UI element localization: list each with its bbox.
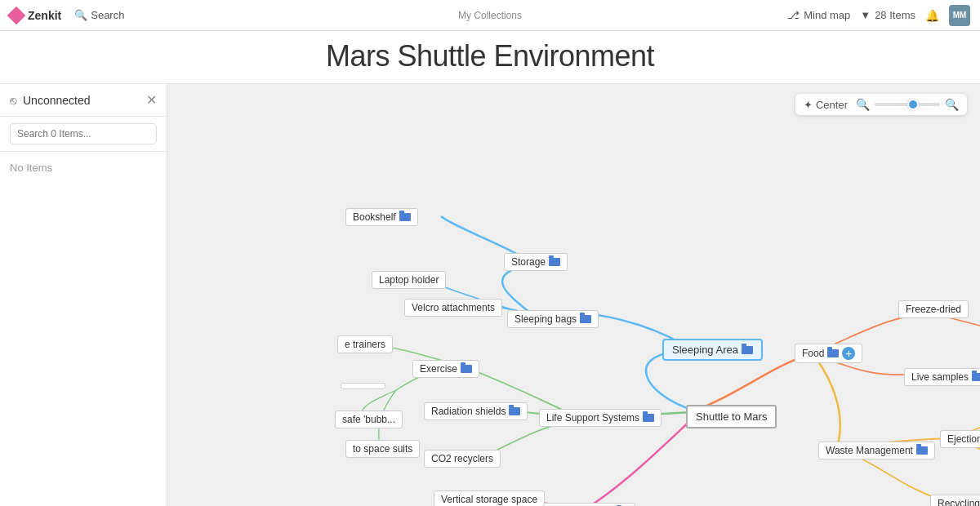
node-label: Recycling xyxy=(938,498,980,506)
node-exercise[interactable]: Exercise xyxy=(412,360,479,378)
node-vertical-storage[interactable]: Vertical storage space xyxy=(434,490,545,506)
node-co2-recyclers[interactable]: CO2 recyclers xyxy=(424,450,501,468)
node-space-suits[interactable]: to space suits xyxy=(345,440,420,458)
mindmap-canvas[interactable]: ✦ Center 🔍 🔍 xyxy=(167,84,980,506)
page-title-bar: Mars Shuttle Environment xyxy=(0,31,980,84)
folder-icon xyxy=(509,407,520,415)
node-live-samples[interactable]: Live samples xyxy=(904,368,980,386)
node-label: Velcro attachments xyxy=(412,302,495,313)
node-label: Sleeping Area xyxy=(672,344,738,356)
node-life-support[interactable]: Life Support Systems xyxy=(539,409,662,427)
mindmap-icon: ⎇ xyxy=(787,9,800,21)
node-blank[interactable] xyxy=(341,383,385,389)
node-label: to space suits xyxy=(353,443,412,455)
nav-right: ⎇ Mind map ▼ 28 Items 🔔 MM xyxy=(787,5,970,26)
folder-icon xyxy=(399,213,411,221)
node-shuttle-mars[interactable]: Shuttle to Mars xyxy=(686,405,777,428)
center-button[interactable]: ✦ Center xyxy=(804,99,848,111)
node-label: Waste Management xyxy=(826,445,913,456)
filter-icon: ▼ xyxy=(860,9,871,21)
app-name: Zenkit xyxy=(28,9,61,22)
search-button[interactable]: 🔍 Search xyxy=(74,9,124,21)
node-ejection[interactable]: Ejection xyxy=(940,430,980,448)
sidebar-empty-label: No Items xyxy=(0,152,167,184)
top-nav: Zenkit 🔍 Search My Collections ⎇ Mind ma… xyxy=(0,0,980,31)
node-label: Shuttle to Mars xyxy=(696,411,767,423)
folder-icon xyxy=(580,315,591,323)
node-label: Freeze-dried xyxy=(906,304,961,315)
folder-icon xyxy=(643,414,654,422)
node-label: safe 'bubb... xyxy=(342,414,395,425)
folder-icon xyxy=(972,373,980,381)
node-label: Radiation shields xyxy=(431,406,506,417)
node-recycling[interactable]: Recycling xyxy=(930,495,980,506)
node-label: Vertical storage space xyxy=(441,494,537,505)
mindmap-button[interactable]: ⎇ Mind map xyxy=(787,9,850,21)
node-label: e trainers xyxy=(345,339,385,350)
folder-icon xyxy=(461,365,472,373)
node-sleeping-bags[interactable]: Sleeping bags xyxy=(507,310,599,328)
sidebar: ⎋ Unconnected ✕ No Items xyxy=(0,84,167,506)
node-label: Laptop holder xyxy=(379,274,439,286)
node-radiation-shields[interactable]: Radiation shields xyxy=(424,402,528,420)
node-waste-management[interactable]: Waste Management xyxy=(818,442,935,459)
node-label: Food xyxy=(802,348,824,359)
sidebar-search xyxy=(0,117,167,152)
items-count: 28 Items xyxy=(875,9,915,21)
center-icon: ✦ xyxy=(804,99,813,111)
sidebar-header: ⎋ Unconnected ✕ xyxy=(0,84,167,117)
node-label: Live samples xyxy=(911,371,969,383)
node-laptop-holder[interactable]: Laptop holder xyxy=(372,271,446,289)
sidebar-title: Unconnected xyxy=(23,94,140,107)
nav-left: Zenkit 🔍 Search xyxy=(10,9,124,22)
node-food[interactable]: Food + xyxy=(795,344,862,363)
folder-icon xyxy=(549,258,560,266)
node-freeze-dried[interactable]: Freeze-dried xyxy=(898,300,969,318)
node-sleeping-area[interactable]: Sleeping Area xyxy=(662,339,763,361)
node-bookshelf[interactable]: Bookshelf xyxy=(345,208,418,226)
folder-icon xyxy=(827,349,839,357)
main-layout: ⎋ Unconnected ✕ No Items ✦ Center 🔍 🔍 xyxy=(0,84,980,506)
search-label: Search xyxy=(91,9,124,21)
zoom-slider[interactable] xyxy=(875,103,940,106)
node-label: Sleeping bags xyxy=(514,313,577,325)
sidebar-search-input[interactable] xyxy=(10,123,157,144)
logo-icon xyxy=(7,6,26,24)
search-icon: 🔍 xyxy=(74,9,87,21)
folder-icon xyxy=(742,346,753,354)
node-label: Storage xyxy=(511,256,546,268)
mindmap-label: Mind map xyxy=(804,9,850,21)
node-safe-bubb[interactable]: safe 'bubb... xyxy=(335,411,403,428)
node-label: Ejection xyxy=(947,433,980,445)
items-filter[interactable]: ▼ 28 Items xyxy=(860,9,915,21)
unconnected-icon: ⎋ xyxy=(10,94,16,107)
zoom-in-icon[interactable]: 🔍 xyxy=(945,98,959,111)
collection-label: My Collections xyxy=(458,10,522,21)
node-velcro[interactable]: Velcro attachments xyxy=(404,299,502,317)
page-title: Mars Shuttle Environment xyxy=(0,39,980,73)
node-label: Exercise xyxy=(420,363,457,375)
user-avatar[interactable]: MM xyxy=(949,5,970,26)
node-label: Life Support Systems xyxy=(546,412,639,424)
node-trainers[interactable]: e trainers xyxy=(337,335,393,353)
folder-icon xyxy=(916,446,928,455)
node-label: CO2 recyclers xyxy=(431,453,493,464)
node-storage[interactable]: Storage xyxy=(504,253,568,271)
add-food-button[interactable]: + xyxy=(842,347,855,360)
node-working-areas[interactable]: Working areas xyxy=(543,503,635,506)
canvas-toolbar: ✦ Center 🔍 🔍 xyxy=(795,94,967,115)
app-logo[interactable]: Zenkit xyxy=(10,9,61,22)
zoom-control: 🔍 🔍 xyxy=(856,98,959,111)
zoom-out-icon[interactable]: 🔍 xyxy=(856,98,870,111)
center-label: Center xyxy=(816,99,848,111)
node-label: Bookshelf xyxy=(353,211,396,223)
notifications-button[interactable]: 🔔 xyxy=(925,9,939,22)
sidebar-close-button[interactable]: ✕ xyxy=(146,92,157,108)
